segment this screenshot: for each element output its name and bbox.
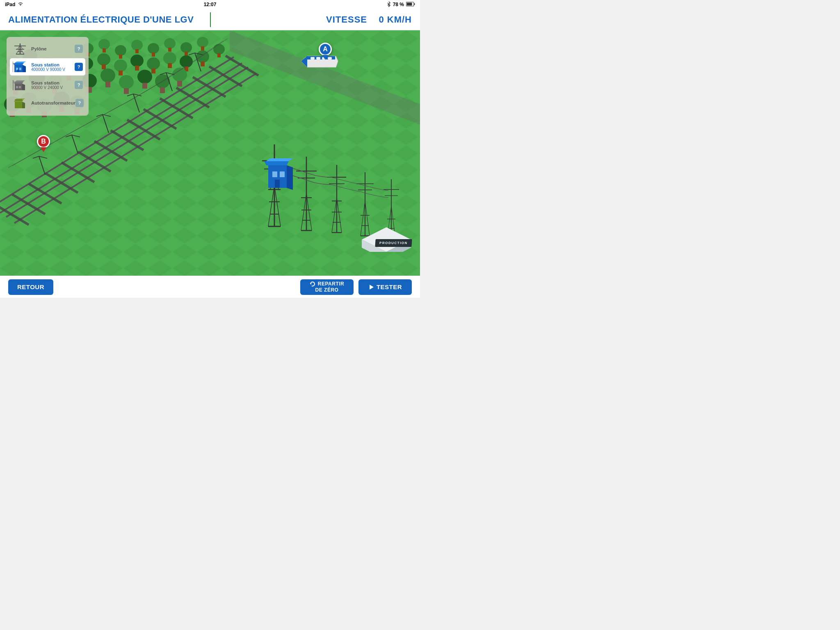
svg-marker-179 [14, 63, 24, 65]
pylone-icon [12, 42, 28, 55]
toolbar-autotransfo-label: Autotransformateur [31, 100, 75, 105]
toolbar-item-autotransformateur[interactable]: Autotransformateur ? [10, 94, 85, 112]
toolbar-panel: Pylône ? Sous [7, 37, 89, 116]
production-label: PRODUCTION [375, 239, 412, 247]
svg-rect-118 [272, 171, 277, 177]
svg-rect-192 [19, 86, 21, 88]
footer: RETOUR REPARTIR DE ZÉRO TESTER [0, 276, 420, 298]
svg-marker-188 [14, 82, 23, 84]
svg-rect-195 [15, 102, 22, 108]
status-bar: iPad 12:07 78 % [0, 0, 420, 9]
substation-building [264, 155, 297, 194]
svg-marker-180 [23, 65, 26, 72]
battery-icon [406, 2, 415, 8]
svg-marker-117 [266, 158, 293, 161]
svg-marker-189 [22, 84, 25, 90]
svg-marker-116 [287, 165, 293, 190]
pin-a-label: A [319, 43, 332, 56]
toolbar-pylone-label: Pylône [31, 46, 75, 51]
svg-rect-191 [16, 86, 18, 88]
main-scene[interactable]: PRODUCTION P [0, 30, 420, 276]
speed-display: VITESSE 0 KM/H [326, 14, 412, 25]
battery-percent: 78 % [393, 2, 404, 7]
substation-400-icon [12, 60, 28, 73]
toolbar-sous-station-400-name: Sous station [31, 62, 75, 67]
svg-rect-120 [275, 180, 280, 188]
pin-b-tail [41, 147, 46, 152]
header: ALIMENTATION ÉLECTRIQUE D'UNE LGV VITESS… [0, 9, 420, 30]
footer-right-buttons: REPARTIR DE ZÉRO TESTER [300, 279, 412, 295]
svg-marker-181 [15, 62, 26, 63]
repartir-button[interactable]: REPARTIR DE ZÉRO [300, 279, 354, 295]
tester-button[interactable]: TESTER [358, 279, 412, 295]
toolbar-item-sous-station-90[interactable]: Sous station 90000 V 24000 V ? [10, 76, 85, 94]
wifi-icon [18, 2, 23, 8]
svg-line-148 [332, 198, 337, 233]
svg-marker-190 [15, 80, 25, 82]
speed-label: VITESSE [326, 14, 367, 25]
toolbar-item-sous-station-400[interactable]: Sous station 400000 V 90000 V ? [10, 58, 85, 75]
pylone-help-btn[interactable]: ? [75, 45, 83, 53]
svg-marker-209 [310, 283, 312, 285]
pin-b[interactable]: B [37, 135, 50, 152]
svg-marker-210 [370, 285, 374, 290]
svg-line-140 [306, 194, 312, 231]
svg-rect-119 [280, 171, 285, 177]
device-label: iPad [5, 2, 15, 7]
pin-a[interactable]: A [319, 43, 332, 60]
toolbar-sous-station-90-name: Sous station [31, 80, 75, 85]
svg-rect-187 [15, 84, 22, 90]
pin-b-label: B [37, 135, 50, 148]
svg-marker-208 [301, 56, 307, 67]
page-title: ALIMENTATION ÉLECTRIQUE D'UNE LGV [8, 14, 194, 25]
refresh-icon [310, 281, 315, 287]
toolbar-sous-station-90-sub: 90000 V 24000 V [31, 85, 75, 90]
status-left: iPad [5, 2, 23, 8]
pin-a-tail [322, 55, 328, 60]
svg-rect-183 [19, 68, 21, 70]
speed-value: 0 KM/H [379, 14, 412, 25]
autotransfo-help-btn[interactable]: ? [75, 99, 84, 107]
svg-line-149 [337, 198, 342, 233]
svg-marker-115 [264, 161, 289, 165]
header-divider [210, 12, 211, 27]
toolbar-sous-station-400-sub: 400000 V 90000 V [31, 67, 75, 72]
sous-station-90-help-btn[interactable]: ? [75, 81, 83, 89]
play-icon [368, 284, 374, 290]
substation-90-icon [12, 78, 28, 91]
toolbar-item-pylone[interactable]: Pylône ? [10, 40, 85, 57]
autotransfo-icon [12, 96, 28, 110]
svg-line-139 [301, 194, 306, 231]
svg-rect-204 [310, 57, 315, 59]
svg-marker-196 [14, 100, 23, 102]
svg-rect-2 [407, 2, 412, 5]
svg-marker-197 [22, 102, 25, 108]
svg-rect-1 [414, 3, 415, 5]
svg-rect-184 [17, 70, 19, 72]
sous-station-400-help-btn[interactable]: ? [75, 63, 83, 71]
bluetooth-icon [387, 1, 391, 8]
retour-button[interactable]: RETOUR [8, 279, 53, 295]
status-time: 12:07 [204, 2, 217, 7]
status-right: 78 % [387, 1, 415, 8]
